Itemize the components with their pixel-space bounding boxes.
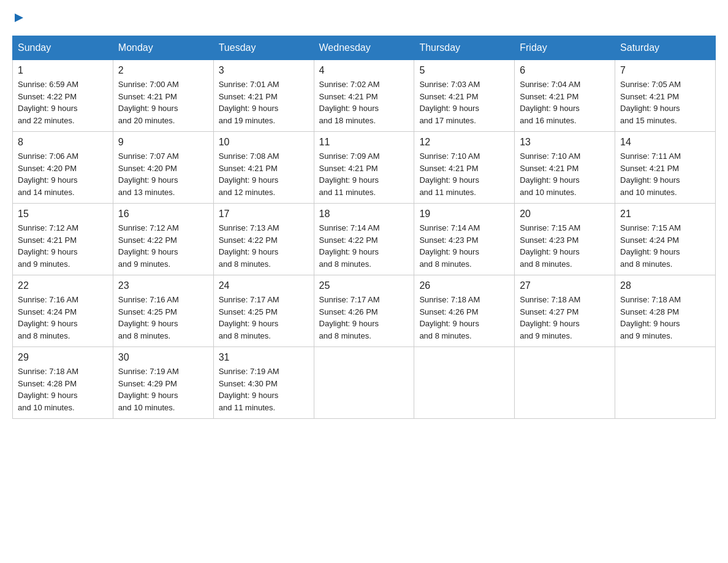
day-number: 22 [18, 280, 108, 291]
calendar-cell: 15 Sunrise: 7:12 AM Sunset: 4:21 PM Dayl… [13, 204, 113, 275]
day-info: Sunrise: 7:06 AM Sunset: 4:20 PM Dayligh… [18, 150, 108, 198]
header-saturday: Saturday [615, 36, 716, 60]
header-tuesday: Tuesday [213, 36, 314, 60]
day-number: 29 [18, 352, 108, 363]
day-number: 17 [219, 209, 309, 220]
calendar-week-2: 8 Sunrise: 7:06 AM Sunset: 4:20 PM Dayli… [13, 132, 716, 204]
day-info: Sunrise: 7:19 AM Sunset: 4:29 PM Dayligh… [118, 366, 208, 413]
day-number: 4 [319, 65, 409, 76]
day-number: 26 [419, 280, 509, 291]
day-info: Sunrise: 7:12 AM Sunset: 4:21 PM Dayligh… [18, 222, 108, 270]
day-number: 14 [620, 137, 710, 148]
day-number: 12 [419, 137, 509, 148]
day-info: Sunrise: 7:18 AM Sunset: 4:26 PM Dayligh… [419, 294, 509, 342]
day-number: 2 [118, 65, 208, 76]
header-friday: Friday [515, 36, 615, 60]
calendar-cell: 3 Sunrise: 7:01 AM Sunset: 4:21 PM Dayli… [213, 60, 314, 132]
header-thursday: Thursday [414, 36, 515, 60]
calendar-cell: 2 Sunrise: 7:00 AM Sunset: 4:21 PM Dayli… [113, 60, 213, 132]
day-info: Sunrise: 7:15 AM Sunset: 4:24 PM Dayligh… [620, 222, 710, 270]
day-number: 19 [419, 209, 509, 220]
calendar-cell: 19 Sunrise: 7:14 AM Sunset: 4:23 PM Dayl… [414, 204, 515, 275]
calendar-cell [414, 347, 515, 419]
day-info: Sunrise: 7:18 AM Sunset: 4:27 PM Dayligh… [520, 294, 610, 342]
day-info: Sunrise: 7:08 AM Sunset: 4:21 PM Dayligh… [219, 150, 309, 198]
day-info: Sunrise: 7:12 AM Sunset: 4:22 PM Dayligh… [118, 222, 208, 270]
day-info: Sunrise: 7:10 AM Sunset: 4:21 PM Dayligh… [520, 150, 610, 198]
day-info: Sunrise: 7:16 AM Sunset: 4:24 PM Dayligh… [18, 294, 108, 342]
day-number: 11 [319, 137, 409, 148]
day-number: 5 [419, 65, 509, 76]
logo-arrow-icon [13, 12, 25, 23]
calendar-cell [615, 347, 716, 419]
calendar-cell: 27 Sunrise: 7:18 AM Sunset: 4:27 PM Dayl… [515, 275, 615, 347]
calendar-cell: 7 Sunrise: 7:05 AM Sunset: 4:21 PM Dayli… [615, 60, 716, 132]
day-number: 1 [18, 65, 108, 76]
day-info: Sunrise: 7:02 AM Sunset: 4:21 PM Dayligh… [319, 79, 409, 126]
calendar-cell: 23 Sunrise: 7:16 AM Sunset: 4:25 PM Dayl… [113, 275, 213, 347]
calendar-cell: 17 Sunrise: 7:13 AM Sunset: 4:22 PM Dayl… [213, 204, 314, 275]
day-number: 18 [319, 209, 409, 220]
calendar-cell: 26 Sunrise: 7:18 AM Sunset: 4:26 PM Dayl… [414, 275, 515, 347]
calendar-cell: 14 Sunrise: 7:11 AM Sunset: 4:21 PM Dayl… [615, 132, 716, 204]
day-info: Sunrise: 7:07 AM Sunset: 4:20 PM Dayligh… [118, 150, 208, 198]
calendar-cell: 24 Sunrise: 7:17 AM Sunset: 4:25 PM Dayl… [213, 275, 314, 347]
calendar-cell: 28 Sunrise: 7:18 AM Sunset: 4:28 PM Dayl… [615, 275, 716, 347]
calendar-cell: 20 Sunrise: 7:15 AM Sunset: 4:23 PM Dayl… [515, 204, 615, 275]
day-number: 13 [520, 137, 610, 148]
day-number: 21 [620, 209, 710, 220]
calendar-cell: 22 Sunrise: 7:16 AM Sunset: 4:24 PM Dayl… [13, 275, 113, 347]
day-number: 9 [118, 137, 208, 148]
calendar-cell: 11 Sunrise: 7:09 AM Sunset: 4:21 PM Dayl… [314, 132, 414, 204]
day-info: Sunrise: 7:17 AM Sunset: 4:26 PM Dayligh… [319, 294, 409, 342]
day-number: 8 [18, 137, 108, 148]
day-info: Sunrise: 7:09 AM Sunset: 4:21 PM Dayligh… [319, 150, 409, 198]
calendar-cell: 29 Sunrise: 7:18 AM Sunset: 4:28 PM Dayl… [13, 347, 113, 419]
calendar-cell [314, 347, 414, 419]
day-number: 15 [18, 209, 108, 220]
calendar-week-1: 1 Sunrise: 6:59 AM Sunset: 4:22 PM Dayli… [13, 60, 716, 132]
day-info: Sunrise: 7:17 AM Sunset: 4:25 PM Dayligh… [219, 294, 309, 342]
day-number: 27 [520, 280, 610, 291]
calendar-cell: 4 Sunrise: 7:02 AM Sunset: 4:21 PM Dayli… [314, 60, 414, 132]
calendar-cell: 12 Sunrise: 7:10 AM Sunset: 4:21 PM Dayl… [414, 132, 515, 204]
calendar-cell: 13 Sunrise: 7:10 AM Sunset: 4:21 PM Dayl… [515, 132, 615, 204]
calendar-cell: 25 Sunrise: 7:17 AM Sunset: 4:26 PM Dayl… [314, 275, 414, 347]
day-info: Sunrise: 7:10 AM Sunset: 4:21 PM Dayligh… [419, 150, 509, 198]
calendar-cell: 31 Sunrise: 7:19 AM Sunset: 4:30 PM Dayl… [213, 347, 314, 419]
day-info: Sunrise: 7:14 AM Sunset: 4:22 PM Dayligh… [319, 222, 409, 270]
day-info: Sunrise: 7:14 AM Sunset: 4:23 PM Dayligh… [419, 222, 509, 270]
calendar-cell: 5 Sunrise: 7:03 AM Sunset: 4:21 PM Dayli… [414, 60, 515, 132]
svg-marker-0 [15, 13, 23, 22]
calendar-cell: 21 Sunrise: 7:15 AM Sunset: 4:24 PM Dayl… [615, 204, 716, 275]
day-info: Sunrise: 6:59 AM Sunset: 4:22 PM Dayligh… [18, 79, 108, 126]
page-header [12, 12, 716, 23]
day-number: 10 [219, 137, 309, 148]
calendar-week-5: 29 Sunrise: 7:18 AM Sunset: 4:28 PM Dayl… [13, 347, 716, 419]
calendar-table: SundayMondayTuesdayWednesdayThursdayFrid… [12, 36, 716, 419]
day-info: Sunrise: 7:01 AM Sunset: 4:21 PM Dayligh… [219, 79, 309, 126]
day-info: Sunrise: 7:16 AM Sunset: 4:25 PM Dayligh… [118, 294, 208, 342]
calendar-week-4: 22 Sunrise: 7:16 AM Sunset: 4:24 PM Dayl… [13, 275, 716, 347]
calendar-week-3: 15 Sunrise: 7:12 AM Sunset: 4:21 PM Dayl… [13, 204, 716, 275]
day-number: 20 [520, 209, 610, 220]
calendar-cell: 8 Sunrise: 7:06 AM Sunset: 4:20 PM Dayli… [13, 132, 113, 204]
header-wednesday: Wednesday [314, 36, 414, 60]
calendar-cell [515, 347, 615, 419]
day-info: Sunrise: 7:15 AM Sunset: 4:23 PM Dayligh… [520, 222, 610, 270]
day-info: Sunrise: 7:04 AM Sunset: 4:21 PM Dayligh… [520, 79, 610, 126]
day-info: Sunrise: 7:18 AM Sunset: 4:28 PM Dayligh… [620, 294, 710, 342]
day-number: 7 [620, 65, 710, 76]
day-number: 30 [118, 352, 208, 363]
calendar-cell: 30 Sunrise: 7:19 AM Sunset: 4:29 PM Dayl… [113, 347, 213, 419]
day-info: Sunrise: 7:00 AM Sunset: 4:21 PM Dayligh… [118, 79, 208, 126]
day-number: 24 [219, 280, 309, 291]
calendar-cell: 6 Sunrise: 7:04 AM Sunset: 4:21 PM Dayli… [515, 60, 615, 132]
logo [12, 12, 25, 23]
calendar-cell: 1 Sunrise: 6:59 AM Sunset: 4:22 PM Dayli… [13, 60, 113, 132]
header-sunday: Sunday [13, 36, 113, 60]
calendar-cell: 18 Sunrise: 7:14 AM Sunset: 4:22 PM Dayl… [314, 204, 414, 275]
day-number: 28 [620, 280, 710, 291]
calendar-cell: 9 Sunrise: 7:07 AM Sunset: 4:20 PM Dayli… [113, 132, 213, 204]
day-number: 3 [219, 65, 309, 76]
